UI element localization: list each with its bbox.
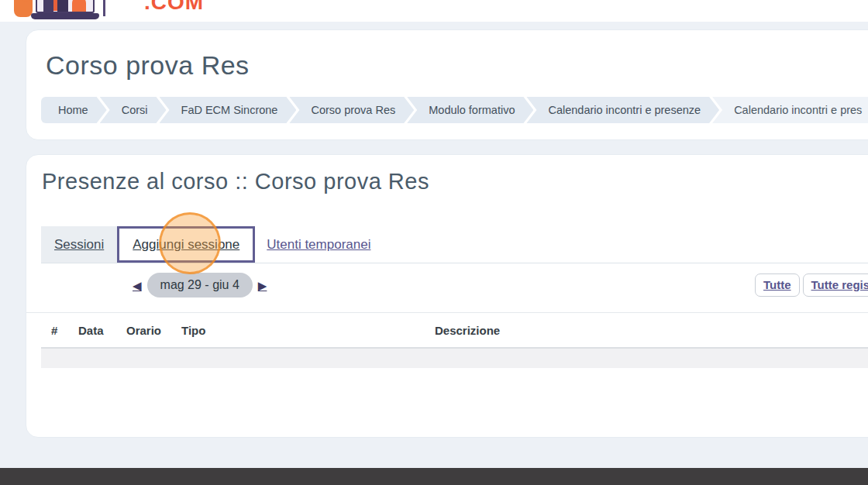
breadcrumb-item-corso-prova-res[interactable]: Corso prova Res: [289, 97, 414, 123]
column-header-descrizione: Descrizione: [435, 324, 868, 337]
column-header-orario: Orario: [126, 324, 181, 337]
attendance-card: Presenze al corso :: Corso prova Res Ses…: [26, 154, 868, 438]
column-header-data: Data: [78, 324, 126, 337]
brand-divider: [103, 0, 105, 16]
column-header-number: #: [51, 324, 78, 337]
tab-aggiungi-sessione[interactable]: Aggiungi sessione: [117, 226, 255, 263]
table-empty-row: [41, 347, 868, 368]
breadcrumb-item-modulo-formativo[interactable]: Modulo formativo: [407, 97, 533, 123]
top-navbar: .COM: [0, 0, 868, 22]
sessions-table: # Data Orario Tipo Descrizione: [26, 312, 868, 368]
filter-tutte-label: Tutte: [763, 278, 791, 291]
breadcrumb-item-calendario-incontri[interactable]: Calendario incontri e presenze: [526, 97, 719, 123]
brand-text: .COM: [144, 0, 204, 15]
filter-buttons: Tutte Tutte registr: [755, 273, 868, 297]
breadcrumb-item-corsi[interactable]: Corsi: [100, 97, 167, 123]
breadcrumb-item-current: Calendario incontri e pres: [712, 97, 868, 123]
next-week-icon[interactable]: ▶: [258, 280, 267, 291]
tab-utenti-temporanei-label: Utenti temporanei: [267, 237, 370, 253]
page-title: Corso prova Res: [46, 50, 250, 81]
course-header-card: Corso prova Res Home Corsi FaD ECM Sincr…: [26, 29, 868, 140]
laptop-icon: [36, 0, 95, 13]
filter-tutte-button[interactable]: Tutte: [755, 273, 800, 297]
tab-bar: Sessioni Aggiungi sessione Utenti tempor…: [41, 226, 868, 263]
mug-icon: [14, 0, 33, 17]
tab-sessioni-label: Sessioni: [54, 237, 104, 253]
tabs-divider: [41, 263, 868, 263]
tab-aggiungi-sessione-label: Aggiungi sessione: [133, 237, 239, 253]
section-title: Presenze al corso :: Corso prova Res: [42, 169, 429, 194]
tab-utenti-temporanei[interactable]: Utenti temporanei: [255, 226, 382, 263]
footer-bar: [0, 468, 868, 485]
prev-week-icon[interactable]: ◀: [133, 280, 142, 291]
breadcrumb: Home Corsi FaD ECM Sincrone Corso prova …: [41, 97, 868, 123]
column-header-tipo: Tipo: [181, 324, 435, 337]
filter-tutte-registrazioni-label: Tutte registr: [811, 278, 868, 291]
breadcrumb-item-fad-ecm-sincrone[interactable]: FaD ECM Sincrone: [160, 97, 297, 123]
laptop-base: [31, 13, 99, 19]
filter-tutte-registrazioni-button[interactable]: Tutte registr: [803, 273, 868, 297]
week-navigation: ◀ mag 29 - giu 4 ▶: [133, 273, 267, 298]
tab-sessioni[interactable]: Sessioni: [41, 226, 117, 263]
breadcrumb-item-home[interactable]: Home: [41, 97, 107, 123]
week-range-badge: mag 29 - giu 4: [147, 273, 253, 298]
table-header-row: # Data Orario Tipo Descrizione: [26, 313, 868, 347]
